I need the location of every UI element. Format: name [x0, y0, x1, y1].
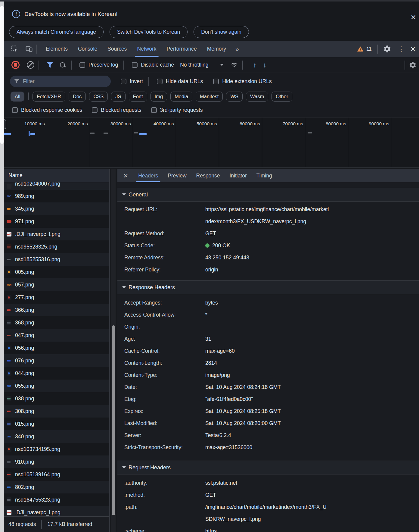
request-row[interactable]: OBS340.png [4, 430, 109, 443]
timeline-overview[interactable]: 10000 ms20000 ms30000 ms40000 ms50000 ms… [4, 117, 419, 167]
request-row[interactable]: 047.png [4, 329, 109, 342]
request-row[interactable]: nsd102040007.png [4, 182, 109, 190]
request-row[interactable]: 910.png [4, 455, 109, 468]
throttling-select[interactable]: No throttling [180, 62, 223, 68]
tab-sources[interactable]: Sources [102, 41, 132, 57]
hide-extension-urls-checkbox[interactable] [213, 79, 219, 84]
devtools-close-icon[interactable]: × [409, 45, 419, 53]
request-row[interactable]: TBC989.png [4, 190, 109, 202]
filter-toggle-icon[interactable] [47, 62, 53, 68]
header-key: Content-Type: [117, 369, 205, 381]
detail-scrollbar-thumb[interactable] [112, 325, 115, 515]
switch-korean-button[interactable]: Switch DevTools to Korean [110, 26, 188, 38]
import-har-icon[interactable]: ↑ [253, 61, 256, 69]
request-row[interactable]: 368.png [4, 316, 109, 329]
request-row[interactable]: 038.png [4, 392, 109, 405]
tab-network[interactable]: Network [132, 41, 161, 57]
preserve-log-checkbox[interactable] [79, 62, 85, 68]
request-row[interactable]: 971.png [4, 215, 109, 228]
request-row[interactable]: 308.png [4, 405, 109, 418]
request-row[interactable]: 277.png [4, 291, 109, 304]
detail-tab-headers[interactable]: Headers [133, 169, 163, 182]
device-toolbar-icon[interactable] [25, 45, 33, 53]
request-row[interactable]: 015.png [4, 418, 109, 430]
blocked-response-cookies-checkbox[interactable] [12, 107, 18, 113]
inspect-element-icon[interactable] [11, 45, 18, 53]
request-name: nsd105139164.png [15, 471, 60, 478]
request-row[interactable]: nsd105139164.png [4, 468, 109, 481]
chip-doc[interactable]: Doc [69, 92, 86, 102]
detail-close-icon[interactable]: × [117, 172, 133, 179]
filter-input[interactable]: Filter [10, 76, 111, 87]
warning-icon[interactable] [357, 45, 364, 53]
request-row[interactable]: 044.png [4, 367, 109, 380]
chip-manifest[interactable]: Manifest [196, 92, 223, 102]
request-row[interactable]: 802.png [4, 481, 109, 493]
request-row[interactable]: .DJI_naverpc_l.png [4, 506, 109, 516]
infobar-close-icon[interactable]: × [411, 14, 416, 21]
request-row[interactable]: MBN057.png [4, 278, 109, 291]
dont-show-again-button[interactable]: Don't show again [194, 26, 249, 38]
section-header-general[interactable]: General [117, 188, 419, 202]
pane-splitter[interactable] [110, 169, 117, 532]
detail-tab-timing[interactable]: Timing [252, 169, 277, 182]
header-key: Expires: [117, 405, 205, 417]
match-language-button[interactable]: Always match Chrome's language [9, 26, 104, 38]
tab-memory[interactable]: Memory [202, 41, 231, 57]
settings-gear-icon[interactable] [381, 45, 393, 53]
request-row[interactable]: 366.png [4, 304, 109, 316]
chip-all[interactable]: All [11, 92, 24, 102]
chip-wasm[interactable]: Wasm [246, 92, 268, 102]
chip-css[interactable]: CSS [89, 92, 108, 102]
export-har-icon[interactable]: ↓ [263, 61, 266, 69]
hide-data-urls-checkbox[interactable] [157, 79, 163, 84]
request-row[interactable]: .DJI_naverpc_l.png [4, 228, 109, 240]
chip-fetch-xhr[interactable]: Fetch/XHR [33, 92, 65, 102]
request-details-pane: × HeadersPreviewResponseInitiatorTiming … [117, 169, 419, 532]
blocked-filters-row: Blocked response cookiesBlocked requests… [4, 103, 419, 117]
3rd-party-requests-checkbox[interactable] [151, 107, 157, 113]
page-scrollbar-thumb[interactable] [0, 6, 4, 144]
header-row: :path:/imgfinance/chart/mobile/marketind… [117, 501, 419, 525]
tab-elements[interactable]: Elements [41, 41, 73, 57]
name-column-header[interactable]: Name [4, 169, 109, 182]
request-row[interactable]: 005.png [4, 266, 109, 278]
request-row[interactable]: nsd164755323.png [4, 493, 109, 506]
request-row[interactable]: 345.png [4, 202, 109, 215]
request-row[interactable]: 056.png [4, 342, 109, 354]
tab-console[interactable]: Console [73, 41, 102, 57]
detail-tab-preview[interactable]: Preview [163, 169, 191, 182]
chip-js[interactable]: JS [111, 92, 125, 102]
chip-other[interactable]: Other [272, 92, 292, 102]
invert-checkbox[interactable] [121, 79, 126, 84]
chip-ws[interactable]: WS [226, 92, 243, 102]
header-key: Access-Control-Allow-Origin: [117, 309, 205, 333]
clear-icon[interactable] [27, 61, 34, 69]
search-icon[interactable] [60, 62, 66, 68]
chip-font[interactable]: Font [129, 92, 147, 102]
kebab-menu-icon[interactable]: ⋮ [393, 45, 409, 53]
header-row: Referrer Policy:origin [117, 264, 419, 276]
detail-tab-initiator[interactable]: Initiator [225, 169, 251, 182]
request-row[interactable]: 076.png [4, 354, 109, 367]
request-row[interactable]: SBS055.png [4, 380, 109, 392]
more-tabs-icon[interactable]: » [231, 45, 243, 53]
network-conditions-icon[interactable] [230, 61, 238, 69]
detail-tabs: × HeadersPreviewResponseInitiatorTiming [117, 169, 419, 182]
disable-cache-checkbox[interactable] [132, 62, 138, 68]
request-row[interactable]: nsd95528325.png [4, 240, 109, 253]
section-header-request-headers[interactable]: Request Headers [117, 461, 419, 474]
tab-performance[interactable]: Performance [162, 41, 202, 57]
request-row[interactable]: nsd103734195.png [4, 443, 109, 455]
chip-img[interactable]: Img [151, 92, 167, 102]
chip-media[interactable]: Media [170, 92, 192, 102]
record-button[interactable] [11, 61, 20, 69]
section-header-response-headers[interactable]: Response Headers [117, 280, 419, 294]
network-settings-gear-icon[interactable] [409, 61, 417, 69]
timeline-drag-handle[interactable] [4, 119, 6, 129]
blocked-requests-checkbox[interactable] [92, 107, 98, 113]
detail-tab-response[interactable]: Response [191, 169, 225, 182]
warning-count[interactable]: 11 [366, 46, 372, 52]
request-row[interactable]: nsd185255316.png [4, 253, 109, 266]
request-name: 910.png [15, 459, 34, 465]
